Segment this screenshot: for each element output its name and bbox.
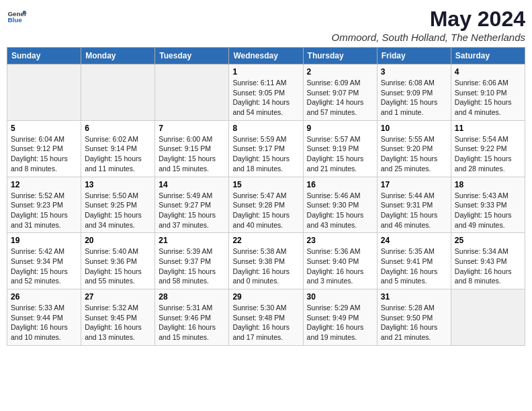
- day-number: 29: [232, 292, 299, 302]
- day-number: 31: [381, 292, 447, 302]
- day-number: 18: [455, 180, 521, 189]
- calendar-cell: 19Sunrise: 5:42 AMSunset: 9:34 PMDayligh…: [7, 233, 81, 289]
- day-number: 30: [307, 292, 373, 302]
- day-info: Sunrise: 6:06 AMSunset: 9:10 PMDaylight:…: [455, 78, 521, 118]
- calendar-week-row: 1Sunrise: 6:11 AMSunset: 9:05 PMDaylight…: [7, 64, 525, 121]
- day-info: Sunrise: 5:54 AMSunset: 9:22 PMDaylight:…: [455, 134, 521, 174]
- day-info: Sunrise: 5:49 AMSunset: 9:27 PMDaylight:…: [159, 191, 225, 230]
- day-info: Sunrise: 6:11 AMSunset: 9:05 PMDaylight:…: [232, 78, 299, 118]
- svg-text:Blue: Blue: [8, 16, 23, 24]
- day-info: Sunrise: 5:47 AMSunset: 9:28 PMDaylight:…: [232, 191, 299, 230]
- calendar-cell: 15Sunrise: 5:47 AMSunset: 9:28 PMDayligh…: [229, 177, 303, 233]
- day-number: 11: [455, 124, 521, 133]
- calendar-week-row: 19Sunrise: 5:42 AMSunset: 9:34 PMDayligh…: [7, 233, 525, 289]
- day-number: 12: [11, 180, 77, 189]
- calendar-cell: 26Sunrise: 5:33 AMSunset: 9:44 PMDayligh…: [7, 289, 81, 346]
- day-of-week-header: Tuesday: [155, 48, 229, 64]
- logo-icon: General Blue: [7, 7, 27, 27]
- day-info: Sunrise: 6:09 AMSunset: 9:07 PMDaylight:…: [307, 78, 373, 118]
- calendar-cell: [7, 64, 81, 121]
- day-info: Sunrise: 5:42 AMSunset: 9:34 PMDaylight:…: [11, 246, 77, 286]
- day-info: Sunrise: 5:34 AMSunset: 9:43 PMDaylight:…: [455, 246, 521, 286]
- day-number: 15: [232, 180, 299, 189]
- day-number: 24: [381, 236, 447, 245]
- day-number: 20: [85, 236, 151, 245]
- day-number: 27: [85, 292, 151, 302]
- calendar-cell: 13Sunrise: 5:50 AMSunset: 9:25 PMDayligh…: [81, 177, 155, 233]
- day-number: 28: [159, 292, 225, 302]
- day-number: 16: [307, 180, 373, 189]
- calendar-cell: 14Sunrise: 5:49 AMSunset: 9:27 PMDayligh…: [155, 177, 229, 233]
- header: General Blue May 2024 Ommoord, South Hol…: [7, 7, 525, 43]
- day-of-week-header: Wednesday: [229, 48, 303, 64]
- calendar-cell: 23Sunrise: 5:36 AMSunset: 9:40 PMDayligh…: [303, 233, 377, 289]
- day-info: Sunrise: 5:36 AMSunset: 9:40 PMDaylight:…: [307, 246, 373, 286]
- day-number: 1: [232, 67, 299, 77]
- day-number: 8: [232, 124, 299, 133]
- day-info: Sunrise: 5:38 AMSunset: 9:38 PMDaylight:…: [232, 246, 299, 286]
- calendar-cell: 25Sunrise: 5:34 AMSunset: 9:43 PMDayligh…: [451, 233, 525, 289]
- calendar-cell: 6Sunrise: 6:02 AMSunset: 9:14 PMDaylight…: [81, 120, 155, 177]
- day-info: Sunrise: 5:50 AMSunset: 9:25 PMDaylight:…: [85, 191, 151, 230]
- calendar-cell: 7Sunrise: 6:00 AMSunset: 9:15 PMDaylight…: [155, 120, 229, 177]
- day-of-week-header: Monday: [81, 48, 155, 64]
- day-number: 23: [307, 236, 373, 245]
- calendar-week-row: 26Sunrise: 5:33 AMSunset: 9:44 PMDayligh…: [7, 289, 525, 346]
- calendar-cell: 22Sunrise: 5:38 AMSunset: 9:38 PMDayligh…: [229, 233, 303, 289]
- logo: General Blue: [7, 7, 27, 27]
- calendar-cell: 16Sunrise: 5:46 AMSunset: 9:30 PMDayligh…: [303, 177, 377, 233]
- calendar-cell: 4Sunrise: 6:06 AMSunset: 9:10 PMDaylight…: [451, 64, 525, 121]
- calendar-cell: 2Sunrise: 6:09 AMSunset: 9:07 PMDaylight…: [303, 64, 377, 121]
- calendar-cell: 30Sunrise: 5:29 AMSunset: 9:49 PMDayligh…: [303, 289, 377, 346]
- day-info: Sunrise: 6:04 AMSunset: 9:12 PMDaylight:…: [11, 134, 77, 174]
- day-info: Sunrise: 5:39 AMSunset: 9:37 PMDaylight:…: [159, 246, 225, 286]
- day-info: Sunrise: 5:59 AMSunset: 9:17 PMDaylight:…: [232, 134, 299, 174]
- day-number: 21: [159, 236, 225, 245]
- day-of-week-header: Thursday: [303, 48, 377, 64]
- day-number: 19: [11, 236, 77, 245]
- calendar-cell: 27Sunrise: 5:32 AMSunset: 9:45 PMDayligh…: [81, 289, 155, 346]
- day-info: Sunrise: 5:40 AMSunset: 9:36 PMDaylight:…: [85, 246, 151, 286]
- main-title: May 2024: [332, 7, 525, 32]
- day-info: Sunrise: 5:43 AMSunset: 9:33 PMDaylight:…: [455, 191, 521, 230]
- day-info: Sunrise: 5:52 AMSunset: 9:23 PMDaylight:…: [11, 191, 77, 230]
- day-info: Sunrise: 5:55 AMSunset: 9:20 PMDaylight:…: [381, 134, 447, 174]
- day-number: 9: [307, 124, 373, 133]
- day-number: 5: [11, 124, 77, 133]
- day-info: Sunrise: 5:29 AMSunset: 9:49 PMDaylight:…: [307, 303, 373, 342]
- day-number: 25: [455, 236, 521, 245]
- calendar-week-row: 5Sunrise: 6:04 AMSunset: 9:12 PMDaylight…: [7, 120, 525, 177]
- calendar-cell: 31Sunrise: 5:28 AMSunset: 9:50 PMDayligh…: [377, 289, 451, 346]
- day-info: Sunrise: 6:00 AMSunset: 9:15 PMDaylight:…: [159, 134, 225, 174]
- calendar-cell: 17Sunrise: 5:44 AMSunset: 9:31 PMDayligh…: [377, 177, 451, 233]
- day-info: Sunrise: 5:32 AMSunset: 9:45 PMDaylight:…: [85, 303, 151, 342]
- day-number: 2: [307, 67, 373, 77]
- day-number: 14: [159, 180, 225, 189]
- calendar-cell: 5Sunrise: 6:04 AMSunset: 9:12 PMDaylight…: [7, 120, 81, 177]
- title-area: May 2024 Ommoord, South Holland, The Net…: [332, 7, 525, 43]
- calendar-cell: 29Sunrise: 5:30 AMSunset: 9:48 PMDayligh…: [229, 289, 303, 346]
- day-info: Sunrise: 5:35 AMSunset: 9:41 PMDaylight:…: [381, 246, 447, 286]
- day-of-week-header: Friday: [377, 48, 451, 64]
- day-number: 4: [455, 67, 521, 77]
- day-info: Sunrise: 5:46 AMSunset: 9:30 PMDaylight:…: [307, 191, 373, 230]
- calendar-cell: 18Sunrise: 5:43 AMSunset: 9:33 PMDayligh…: [451, 177, 525, 233]
- calendar-cell: 12Sunrise: 5:52 AMSunset: 9:23 PMDayligh…: [7, 177, 81, 233]
- day-number: 26: [11, 292, 77, 302]
- calendar: SundayMondayTuesdayWednesdayThursdayFrid…: [7, 47, 525, 346]
- day-info: Sunrise: 5:31 AMSunset: 9:46 PMDaylight:…: [159, 303, 225, 342]
- day-number: 13: [85, 180, 151, 189]
- day-number: 7: [159, 124, 225, 133]
- day-of-week-header: Sunday: [7, 48, 81, 64]
- day-info: Sunrise: 6:08 AMSunset: 9:09 PMDaylight:…: [381, 78, 447, 118]
- calendar-cell: 20Sunrise: 5:40 AMSunset: 9:36 PMDayligh…: [81, 233, 155, 289]
- day-number: 22: [232, 236, 299, 245]
- subtitle: Ommoord, South Holland, The Netherlands: [332, 32, 525, 43]
- day-info: Sunrise: 5:30 AMSunset: 9:48 PMDaylight:…: [232, 303, 299, 342]
- day-info: Sunrise: 5:33 AMSunset: 9:44 PMDaylight:…: [11, 303, 77, 342]
- calendar-cell: 3Sunrise: 6:08 AMSunset: 9:09 PMDaylight…: [377, 64, 451, 121]
- day-info: Sunrise: 5:57 AMSunset: 9:19 PMDaylight:…: [307, 134, 373, 174]
- calendar-cell: [155, 64, 229, 121]
- day-number: 6: [85, 124, 151, 133]
- calendar-cell: [81, 64, 155, 121]
